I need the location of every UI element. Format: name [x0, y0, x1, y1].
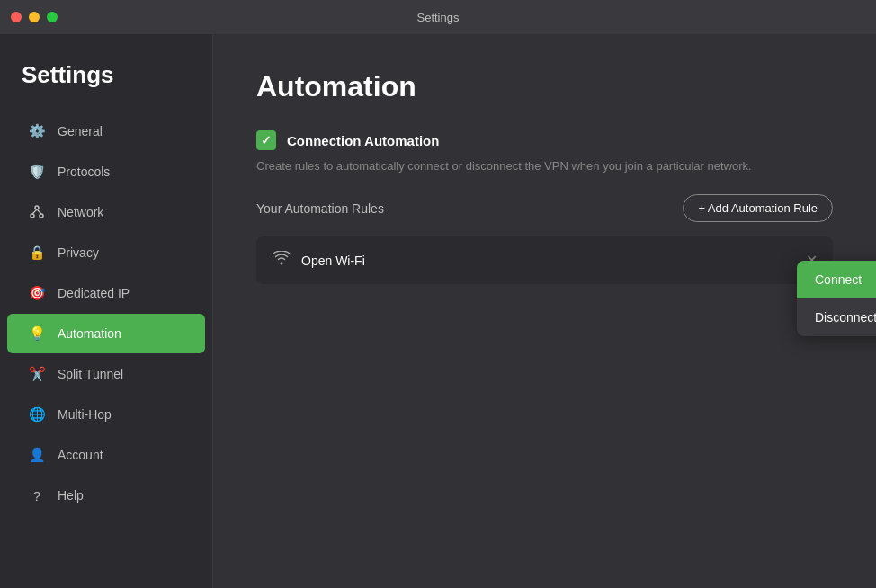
sidebar-label-network: Network [58, 205, 103, 219]
dropdown-option-connect[interactable]: Connect [797, 261, 876, 298]
sidebar-item-network[interactable]: Network [7, 192, 205, 232]
lock-icon: 🔒 [29, 245, 45, 261]
sidebar-item-multi-hop[interactable]: 🌐 Multi-Hop [7, 395, 205, 434]
shield-icon: 🛡️ [29, 164, 45, 180]
sidebar-label-account: Account [58, 448, 103, 462]
svg-line-3 [32, 209, 37, 214]
sidebar-label-split-tunnel: Split Tunnel [58, 367, 123, 381]
sidebar-label-dedicated-ip: Dedicated IP [58, 286, 130, 300]
svg-point-1 [31, 214, 34, 218]
multi-hop-icon: 🌐 [29, 406, 45, 423]
sidebar-item-split-tunnel[interactable]: ✂️ Split Tunnel [7, 354, 205, 394]
sidebar-label-general: General [58, 124, 103, 138]
sidebar-label-privacy: Privacy [58, 245, 99, 260]
sidebar-label-automation: Automation [58, 326, 121, 341]
sidebar: Settings ⚙️ General 🛡️ Protocols Network [0, 34, 213, 588]
rule-name: Open Wi-Fi [301, 254, 781, 268]
svg-point-2 [40, 214, 43, 218]
sidebar-label-protocols: Protocols [58, 165, 110, 179]
maximize-button[interactable] [47, 12, 58, 22]
svg-point-0 [35, 206, 39, 209]
main-content: Automation Connection Automation Create … [213, 34, 876, 588]
titlebar: Settings [0, 0, 876, 34]
traffic-lights [11, 12, 58, 22]
connection-automation-checkbox[interactable] [256, 130, 276, 150]
window-title: Settings [417, 11, 460, 24]
sidebar-item-dedicated-ip[interactable]: 🎯 Dedicated IP [7, 273, 205, 313]
sidebar-label-multi-hop: Multi-Hop [58, 407, 112, 422]
app-container: Settings ⚙️ General 🛡️ Protocols Network [0, 34, 876, 588]
rule-row: Open Wi-Fi Connect Disconnect ✕ [256, 236, 833, 284]
action-dropdown-menu: Connect Disconnect [797, 261, 876, 336]
sidebar-label-help: Help [58, 488, 84, 503]
dropdown-option-disconnect[interactable]: Disconnect [797, 298, 876, 336]
sidebar-item-account[interactable]: 👤 Account [7, 435, 205, 475]
gear-icon: ⚙️ [29, 123, 45, 139]
wifi-icon [273, 251, 291, 270]
sidebar-item-help[interactable]: ? Help [7, 476, 205, 515]
minimize-button[interactable] [29, 12, 40, 22]
account-icon: 👤 [29, 447, 45, 463]
dedicated-ip-icon: 🎯 [29, 285, 45, 301]
connection-automation-subtitle: Create rules to automatically connect or… [256, 159, 833, 173]
sidebar-item-general[interactable]: ⚙️ General [7, 111, 205, 151]
rules-header: Your Automation Rules + Add Automation R… [256, 194, 833, 222]
sidebar-item-privacy[interactable]: 🔒 Privacy [7, 233, 205, 272]
connection-automation-label: Connection Automation [287, 133, 439, 148]
split-tunnel-icon: ✂️ [29, 366, 45, 382]
rule-content: Open Wi-Fi [256, 236, 797, 284]
sidebar-heading: Settings [0, 52, 212, 111]
rules-label: Your Automation Rules [256, 201, 384, 216]
page-title: Automation [256, 70, 833, 103]
svg-line-4 [37, 209, 41, 214]
sidebar-item-automation[interactable]: 💡 Automation [7, 314, 205, 353]
connection-automation-row: Connection Automation [256, 130, 833, 150]
sidebar-item-protocols[interactable]: 🛡️ Protocols [7, 152, 205, 192]
network-icon [29, 204, 45, 220]
automation-icon: 💡 [29, 325, 45, 342]
add-automation-rule-button[interactable]: + Add Automation Rule [683, 194, 833, 222]
close-button[interactable] [11, 12, 22, 22]
help-icon: ? [29, 487, 45, 503]
